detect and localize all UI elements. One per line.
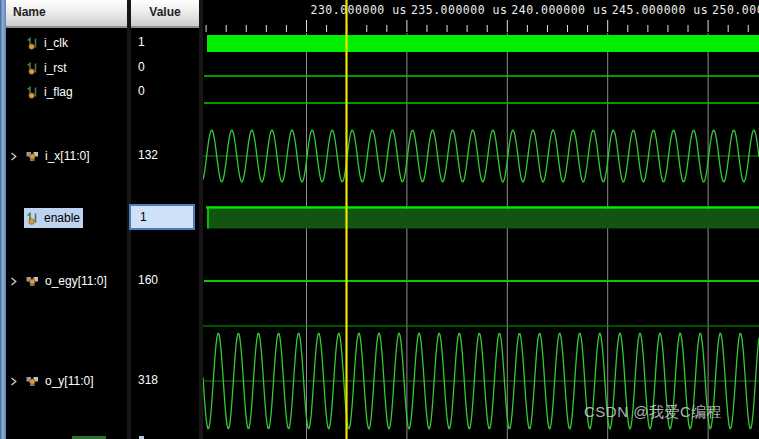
signal-name-panel: Name i_clki_rsti_flagi_x[11:0]enableo_eg… bbox=[6, 0, 127, 439]
expand-chevron-icon[interactable] bbox=[10, 377, 18, 386]
bus-signal-icon bbox=[25, 375, 40, 388]
signal-value-cell: 132 bbox=[131, 145, 199, 165]
signal-row-i_flag[interactable]: i_flag bbox=[6, 81, 127, 103]
ruler-time-label: 250.000000 us bbox=[712, 3, 759, 17]
signal-value-text: 160 bbox=[138, 273, 158, 287]
signal-name-label: i_clk bbox=[44, 36, 68, 50]
scalar-signal-icon bbox=[25, 212, 39, 225]
scalar-signal-icon bbox=[25, 86, 39, 99]
ruler-time-label: 230.000000 us bbox=[311, 3, 408, 17]
signal-value-text: 1 bbox=[138, 35, 145, 49]
value-column-header: Value bbox=[131, 0, 199, 28]
signal-value-text: 0 bbox=[138, 84, 145, 98]
signal-row-enable[interactable]: enable bbox=[6, 207, 127, 229]
signal-row-o_y110[interactable]: o_y[11:0] bbox=[6, 370, 127, 392]
signal-value-cell: 0 bbox=[131, 57, 199, 77]
signal-value-text: 132 bbox=[138, 148, 158, 162]
signal-value-cell: 1 bbox=[129, 204, 195, 230]
signal-value-cell: 318 bbox=[131, 370, 199, 390]
bus-signal-icon bbox=[25, 150, 40, 163]
watermark: CSDN @我爱C编程 bbox=[584, 403, 722, 422]
ruler-time-label: 235.000000 us bbox=[411, 3, 508, 17]
ruler-time-label: 245.000000 us bbox=[612, 3, 709, 17]
expand-chevron-icon[interactable] bbox=[10, 277, 18, 286]
signal-value-cell: 160 bbox=[131, 270, 199, 290]
name-column-header: Name bbox=[6, 0, 127, 28]
scalar-signal-icon bbox=[25, 37, 39, 50]
wave-i_clk bbox=[207, 35, 759, 52]
waveform-viewer-window: Name i_clki_rsti_flagi_x[11:0]enableo_eg… bbox=[0, 0, 759, 439]
signal-name-label: i_rst bbox=[44, 61, 67, 75]
waveform-canvas[interactable]: 230.000000 us235.000000 us240.000000 us2… bbox=[203, 0, 759, 439]
signal-value-text: 0 bbox=[138, 60, 145, 74]
expand-chevron-icon[interactable] bbox=[10, 152, 18, 161]
signal-value-panel: Value 1001321160318 bbox=[131, 0, 199, 439]
signal-row-i_clk[interactable]: i_clk bbox=[6, 32, 127, 54]
signal-name-label: o_egy[11:0] bbox=[45, 274, 107, 288]
wave-enable-selection-fill bbox=[207, 209, 759, 229]
signal-name-label: i_flag bbox=[44, 85, 73, 99]
signal-row-i_rst[interactable]: i_rst bbox=[6, 57, 127, 79]
signal-row-i_x110[interactable]: i_x[11:0] bbox=[6, 145, 127, 167]
signal-value-cell: 0 bbox=[131, 81, 199, 101]
signal-value-text: 318 bbox=[138, 373, 158, 387]
signal-row-o_egy110[interactable]: o_egy[11:0] bbox=[6, 270, 127, 292]
signal-value-cell: 1 bbox=[131, 32, 199, 52]
bus-signal-icon bbox=[25, 275, 40, 288]
signal-name-label: enable bbox=[44, 211, 80, 225]
ruler-time-label: 240.000000 us bbox=[511, 3, 608, 17]
signal-name-label: o_y[11:0] bbox=[45, 374, 93, 388]
scalar-signal-icon bbox=[25, 62, 39, 75]
signal-value-text: 1 bbox=[140, 210, 147, 224]
signal-name-label: i_x[11:0] bbox=[45, 149, 89, 163]
